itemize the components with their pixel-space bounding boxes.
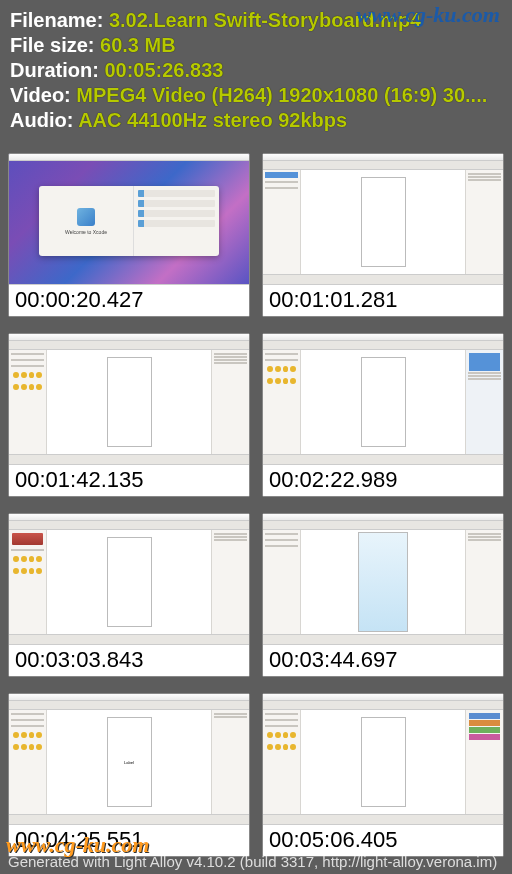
filesize-label: File size:	[10, 34, 100, 56]
timecode-6: 00:03:44.697	[263, 644, 503, 676]
thumbnail-2: 00:01:01.281	[262, 153, 504, 317]
duration-row: Duration: 00:05:26.833	[10, 58, 502, 83]
video-row: Video: MPEG4 Video (H264) 1920x1080 (16:…	[10, 83, 502, 108]
audio-row: Audio: AAC 44100Hz stereo 92kbps	[10, 108, 502, 133]
thumbnail-8: 00:05:06.405	[262, 693, 504, 857]
filename-label: Filename:	[10, 9, 109, 31]
thumbnail-grid: Welcome to Xcode 00:00:20.427	[0, 145, 512, 861]
thumbnail-3-image	[9, 334, 249, 464]
filesize-row: File size: 60.3 MB	[10, 33, 502, 58]
xcode-app-icon	[77, 208, 95, 226]
thumbnail-6-image	[263, 514, 503, 644]
timecode-8: 00:05:06.405	[263, 824, 503, 856]
timecode-5: 00:03:03.843	[9, 644, 249, 676]
watermark-top: www.cg-ku.com	[357, 2, 500, 28]
thumbnail-6: 00:03:44.697	[262, 513, 504, 677]
thumbnail-1-image: Welcome to Xcode	[9, 154, 249, 284]
thumbnail-4: 00:02:22.989	[262, 333, 504, 497]
duration-label: Duration:	[10, 59, 104, 81]
video-value: MPEG4 Video (H264) 1920x1080 (16:9) 30..…	[76, 84, 487, 106]
thumbnail-1: Welcome to Xcode 00:00:20.427	[8, 153, 250, 317]
timecode-2: 00:01:01.281	[263, 284, 503, 316]
audio-value: AAC 44100Hz stereo 92kbps	[78, 109, 347, 131]
thumbnail-5-image	[9, 514, 249, 644]
watermark-bottom: www.cg-ku.com	[6, 832, 149, 858]
filesize-value: 60.3 MB	[100, 34, 176, 56]
thumbnail-5: 00:03:03.843	[8, 513, 250, 677]
timecode-4: 00:02:22.989	[263, 464, 503, 496]
thumbnail-2-image	[263, 154, 503, 284]
timecode-3: 00:01:42.135	[9, 464, 249, 496]
timecode-1: 00:00:20.427	[9, 284, 249, 316]
video-label: Video:	[10, 84, 76, 106]
thumbnail-4-image	[263, 334, 503, 464]
audio-label: Audio:	[10, 109, 78, 131]
xcode-welcome-title: Welcome to Xcode	[65, 229, 107, 235]
thumbnail-3: 00:01:42.135	[8, 333, 250, 497]
thumbnail-8-image	[263, 694, 503, 824]
duration-value: 00:05:26.833	[104, 59, 223, 81]
thumbnail-7-image: Label	[9, 694, 249, 824]
